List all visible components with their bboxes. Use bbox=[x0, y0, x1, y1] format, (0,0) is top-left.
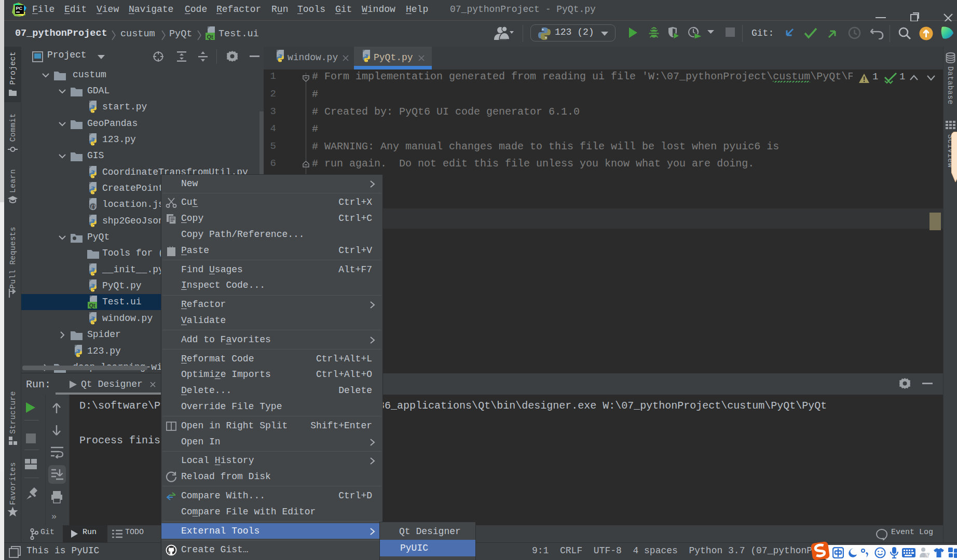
svg-text:PC: PC bbox=[16, 6, 23, 11]
svg-text:Qt: Qt bbox=[207, 34, 214, 40]
svg-text:17: 17 bbox=[924, 553, 930, 558]
